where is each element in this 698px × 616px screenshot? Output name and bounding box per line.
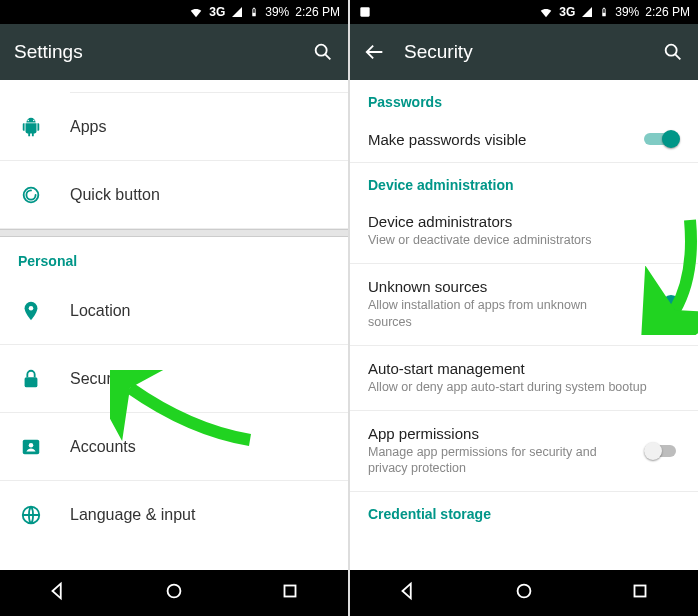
battery-icon [249,5,259,19]
row-label: Location [70,302,131,320]
section-header-personal: Personal [0,237,348,277]
row-accounts[interactable]: Accounts [0,413,348,481]
section-header-credential: Credential storage [350,492,698,528]
quick-icon [0,184,70,206]
row-label: Accounts [70,438,136,456]
row-security[interactable]: Security [0,345,348,413]
back-icon[interactable] [364,41,386,63]
svg-rect-14 [360,7,369,16]
row-location[interactable]: Location [0,277,348,345]
row-apps[interactable]: Apps [0,93,348,161]
search-icon[interactable] [312,41,334,63]
status-bar: 3G 39% 2:26 PM [0,0,348,24]
android-navbar [0,570,348,616]
network-label: 3G [209,5,225,19]
svg-rect-1 [253,9,256,13]
row-label: Language & input [70,506,195,524]
signal-icon [231,6,243,18]
row-title: Unknown sources [368,278,634,295]
svg-line-18 [675,54,680,59]
settings-appbar: Settings [0,24,348,80]
nav-back-icon[interactable] [397,580,419,606]
row-label: Apps [70,118,106,136]
security-list: Passwords Make passwords visible Device … [350,80,698,570]
status-bar: 3G 39% 2:26 PM [350,0,698,24]
lock-icon [0,368,70,390]
battery-pct: 39% [615,5,639,19]
toggle-app-permissions[interactable] [644,442,680,460]
battery-pct: 39% [265,5,289,19]
row-label: Quick button [70,186,160,204]
security-screen: 3G 39% 2:26 PM Security Passwords Make p… [350,0,698,616]
globe-icon [0,504,70,526]
svg-point-4 [28,119,29,120]
android-navbar [350,570,698,616]
clock: 2:26 PM [645,5,690,19]
row-subtitle: View or deactivate device administrators [368,232,680,249]
section-header-device-admin: Device administration [350,163,698,199]
svg-point-10 [29,442,34,447]
row-unknown-sources[interactable]: Unknown sources Allow installation of ap… [350,264,698,346]
svg-rect-20 [635,586,646,597]
row-autostart[interactable]: Auto-start management Allow or deny app … [350,346,698,411]
battery-icon [599,5,609,19]
svg-point-19 [518,585,531,598]
clock: 2:26 PM [295,5,340,19]
row-label: Security [70,370,128,388]
svg-point-17 [666,45,677,56]
section-divider [0,229,348,237]
svg-rect-16 [603,9,606,13]
signal-icon [581,6,593,18]
row-app-permissions[interactable]: App permissions Manage app permissions f… [350,411,698,493]
android-icon [0,116,70,138]
svg-point-7 [29,305,34,310]
section-header-passwords: Passwords [350,80,698,116]
security-appbar: Security [350,24,698,80]
settings-screen: 3G 39% 2:26 PM Settings Apps [0,0,348,616]
svg-rect-15 [603,13,606,16]
nav-home-icon[interactable] [513,580,535,606]
svg-point-5 [33,119,34,120]
nav-home-icon[interactable] [163,580,185,606]
nav-back-icon[interactable] [47,580,69,606]
settings-list: Apps Quick button Personal Location [0,80,348,570]
svg-rect-8 [25,377,38,387]
row-quick-button[interactable]: Quick button [0,161,348,229]
page-title: Settings [14,41,294,63]
svg-point-12 [168,585,181,598]
search-icon[interactable] [662,41,684,63]
network-label: 3G [559,5,575,19]
nav-recent-icon[interactable] [279,580,301,606]
screenshot-icon [358,5,372,19]
row-title: App permissions [368,425,634,442]
row-passwords-visible[interactable]: Make passwords visible [350,116,698,163]
toggle-passwords-visible[interactable] [644,130,680,148]
row-title: Make passwords visible [368,131,634,148]
page-title: Security [404,41,644,63]
location-icon [0,300,70,322]
row-subtitle: Allow installation of apps from unknown … [368,297,634,331]
toggle-unknown-sources[interactable] [644,295,680,313]
svg-rect-13 [285,586,296,597]
row-title: Device administrators [368,213,680,230]
accounts-icon [0,436,70,458]
row-device-admins[interactable]: Device administrators View or deactivate… [350,199,698,264]
nav-recent-icon[interactable] [629,580,651,606]
wifi-icon [189,5,203,19]
row-title: Auto-start management [368,360,680,377]
row-subtitle: Manage app permissions for security and … [368,444,634,478]
row-subtitle: Allow or deny app auto-start during syst… [368,379,680,396]
row-language[interactable]: Language & input [0,481,348,549]
svg-point-2 [316,45,327,56]
wifi-icon [539,5,553,19]
svg-rect-0 [253,13,256,16]
svg-line-3 [325,54,330,59]
